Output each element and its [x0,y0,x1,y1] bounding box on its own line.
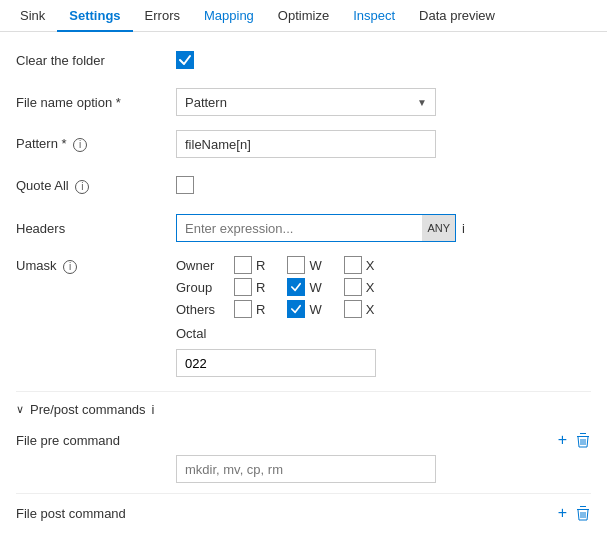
pre-post-label: Pre/post commands [30,402,146,417]
umask-others-r-checkbox[interactable] [234,300,252,318]
umask-others-w-checkbox[interactable] [287,300,305,318]
file-name-option-select[interactable]: Pattern ▼ [176,88,436,116]
umask-control: Owner R W X Group [176,256,591,377]
file-pre-command-input-row [16,455,591,483]
file-name-option-control: Pattern ▼ [176,88,591,116]
umask-group-r-letter: R [256,280,265,295]
svg-rect-1 [580,433,586,434]
clear-folder-checkbox[interactable] [176,51,194,69]
svg-rect-0 [577,436,589,437]
file-pre-add-button[interactable]: + [558,431,567,449]
umask-group-w-letter: W [309,280,321,295]
quote-all-control [176,176,591,197]
umask-group-r-checkbox[interactable] [234,278,252,296]
umask-owner-w-group: W [287,256,321,274]
file-pre-command-actions: + [558,431,591,449]
umask-owner-w-checkbox[interactable] [287,256,305,274]
chevron-down-icon: ▼ [417,97,427,108]
umask-group-label: Group [176,280,226,295]
divider-2 [16,493,591,494]
umask-owner-r-checkbox[interactable] [234,256,252,274]
umask-label: Umask i [16,256,176,274]
umask-others-x-checkbox[interactable] [344,300,362,318]
umask-others-w-group: W [287,300,321,318]
tab-errors[interactable]: Errors [133,0,192,31]
umask-owner-label: Owner [176,258,226,273]
umask-others-x-group: X [344,300,375,318]
pre-post-info-icon[interactable]: i [152,402,155,417]
umask-group-r-group: R [234,278,265,296]
tab-inspect[interactable]: Inspect [341,0,407,31]
pattern-row: Pattern * i [16,130,591,158]
pattern-control [176,130,591,158]
pattern-input[interactable] [176,130,436,158]
pattern-info-icon[interactable]: i [73,138,87,152]
tab-settings[interactable]: Settings [57,0,132,31]
file-post-command-actions: + [558,504,591,522]
tab-bar: Sink Settings Errors Mapping Optimize In… [0,0,607,32]
file-pre-command-input[interactable] [176,455,436,483]
file-post-command-label: File post command [16,506,176,521]
umask-others-r-letter: R [256,302,265,317]
umask-group-x-checkbox[interactable] [344,278,362,296]
file-post-delete-button[interactable] [575,505,591,521]
headers-any-badge: ANY [422,215,455,241]
umask-owner-x-letter: X [366,258,375,273]
file-post-add-button[interactable]: + [558,504,567,522]
quote-all-checkbox[interactable] [176,176,194,194]
umask-owner-x-group: X [344,256,375,274]
quote-all-row: Quote All i [16,172,591,200]
umask-group-w-group: W [287,278,321,296]
headers-label: Headers [16,221,176,236]
umask-grid: Owner R W X Group [176,256,591,377]
umask-others-label: Others [176,302,226,317]
headers-control: ANY i [176,214,591,242]
pattern-label: Pattern * i [16,136,176,152]
umask-owner-row: Owner R W X [176,256,591,274]
file-pre-command-row: File pre command + [16,431,591,449]
file-name-option-row: File name option * Pattern ▼ [16,88,591,116]
clear-folder-row: Clear the folder [16,46,591,74]
umask-group-w-checkbox[interactable] [287,278,305,296]
umask-owner-w-letter: W [309,258,321,273]
clear-folder-label: Clear the folder [16,53,176,68]
file-name-option-value: Pattern [185,95,227,110]
umask-others-w-letter: W [309,302,321,317]
umask-group-x-group: X [344,278,375,296]
file-pre-command-label: File pre command [16,433,176,448]
umask-group-row: Group R W [176,278,591,296]
quote-all-label: Quote All i [16,178,176,194]
umask-owner-x-checkbox[interactable] [344,256,362,274]
svg-rect-5 [577,509,589,510]
octal-input[interactable] [176,349,376,377]
headers-row: Headers ANY i [16,214,591,242]
file-pre-delete-button[interactable] [575,432,591,448]
headers-info-icon[interactable]: i [462,221,465,236]
octal-label: Octal [176,326,591,341]
clear-folder-control [176,51,591,69]
file-name-option-label: File name option * [16,95,176,110]
umask-others-x-letter: X [366,302,375,317]
tab-sink[interactable]: Sink [8,0,57,31]
quote-all-info-icon[interactable]: i [75,180,89,194]
headers-expression-wrapper: ANY [176,214,456,242]
umask-info-icon[interactable]: i [63,260,77,274]
svg-rect-6 [580,506,586,507]
umask-others-r-group: R [234,300,265,318]
settings-content: Clear the folder File name option * Patt… [0,32,607,522]
file-post-command-row: File post command + [16,504,591,522]
umask-row: Umask i Owner R W X [16,256,591,377]
umask-owner-r-group: R [234,256,265,274]
pre-post-section-header[interactable]: ∨ Pre/post commands i [16,402,591,417]
headers-expression-input[interactable] [177,215,422,241]
tab-optimize[interactable]: Optimize [266,0,341,31]
chevron-down-icon: ∨ [16,403,24,416]
divider-1 [16,391,591,392]
umask-group-x-letter: X [366,280,375,295]
tab-mapping[interactable]: Mapping [192,0,266,31]
tab-data-preview[interactable]: Data preview [407,0,507,31]
umask-owner-r-letter: R [256,258,265,273]
umask-others-row: Others R W [176,300,591,318]
